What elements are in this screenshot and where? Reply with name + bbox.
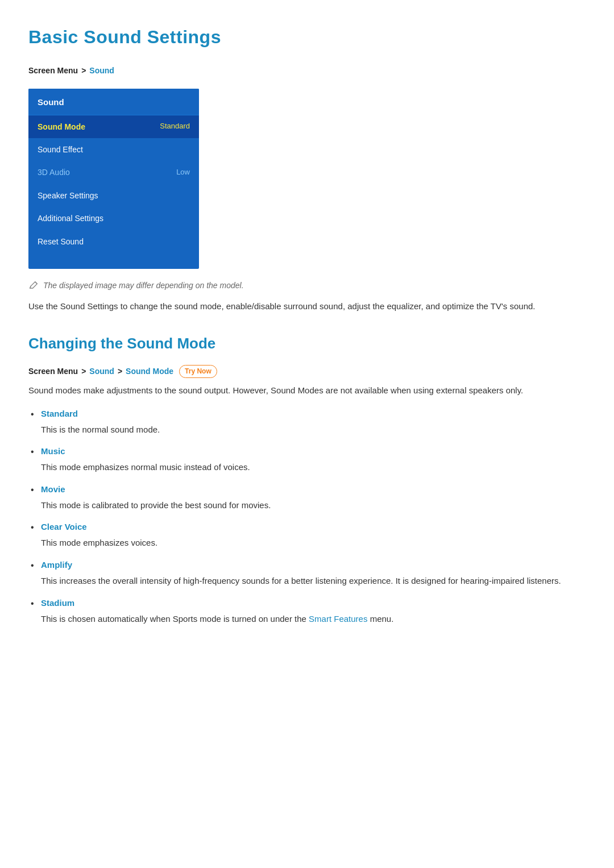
menu-item-sound-effect[interactable]: Sound Effect: [28, 138, 199, 161]
note-row: The displayed image may differ depending…: [28, 279, 586, 292]
breadcrumb-separator-1: >: [81, 64, 86, 77]
mode-name-stadium: Stadium: [41, 596, 586, 610]
menu-item-speaker-settings[interactable]: Speaker Settings: [28, 184, 199, 207]
breadcrumb-sound-link[interactable]: Sound: [89, 64, 114, 77]
menu-spacer: [28, 253, 199, 269]
menu-item-3d-audio-value: Low: [176, 167, 190, 178]
menu-item-speaker-settings-label: Speaker Settings: [38, 189, 98, 202]
mode-desc-standard: This is the normal sound mode.: [41, 425, 160, 434]
mode-name-music: Music: [41, 445, 586, 458]
stadium-desc-suffix: menu.: [367, 614, 393, 624]
mode-desc-movie: This mode is calibrated to provide the b…: [41, 500, 271, 510]
menu-item-sound-mode-value: Standard: [160, 121, 190, 132]
section-intro: Sound modes make adjustments to the soun…: [28, 384, 586, 398]
try-now-badge[interactable]: Try Now: [179, 365, 217, 378]
menu-item-sound-effect-label: Sound Effect: [38, 143, 83, 156]
section-title: Changing the Sound Mode: [28, 332, 586, 356]
main-description: Use the Sound Settings to change the sou…: [28, 300, 586, 314]
sound-menu-box: Sound Sound Mode Standard Sound Effect 3…: [28, 89, 199, 269]
breadcrumb-section: Screen Menu > Sound > Sound Mode Try Now: [28, 365, 586, 378]
mode-desc-amplify: This increases the overall intensity of …: [41, 576, 561, 585]
list-item-amplify: Amplify This increases the overall inten…: [28, 558, 586, 588]
menu-item-sound-mode-label: Sound Mode: [38, 121, 85, 133]
smart-features-link[interactable]: Smart Features: [309, 614, 367, 624]
mode-desc-clear-voice: This mode emphasizes voices.: [41, 538, 157, 547]
breadcrumb2-screen-menu: Screen Menu: [28, 365, 78, 377]
breadcrumb-screen-menu: Screen Menu: [28, 64, 78, 77]
mode-name-standard: Standard: [41, 407, 586, 421]
menu-item-3d-audio-label: 3D Audio: [38, 166, 70, 178]
note-text: The displayed image may differ depending…: [43, 279, 244, 292]
page-title: Basic Sound Settings: [28, 23, 586, 52]
mode-desc-music: This mode emphasizes normal music instea…: [41, 462, 250, 472]
list-item-music: Music This mode emphasizes normal music …: [28, 445, 586, 475]
list-item-movie: Movie This mode is calibrated to provide…: [28, 483, 586, 513]
menu-box-title: Sound: [28, 89, 199, 115]
breadcrumb2-sound-link[interactable]: Sound: [89, 365, 114, 377]
list-item-stadium: Stadium This is chosen automatically whe…: [28, 596, 586, 626]
breadcrumb-top: Screen Menu > Sound: [28, 64, 586, 77]
menu-item-sound-mode[interactable]: Sound Mode Standard: [28, 115, 199, 138]
sound-modes-list: Standard This is the normal sound mode. …: [28, 407, 586, 626]
menu-item-additional-settings[interactable]: Additional Settings: [28, 207, 199, 230]
mode-name-movie: Movie: [41, 483, 586, 496]
list-item-standard: Standard This is the normal sound mode.: [28, 407, 586, 437]
mode-name-amplify: Amplify: [41, 558, 586, 572]
menu-item-reset-sound[interactable]: Reset Sound: [28, 230, 199, 253]
breadcrumb2-sound-mode-link[interactable]: Sound Mode: [126, 365, 173, 377]
menu-item-3d-audio[interactable]: 3D Audio Low: [28, 161, 199, 184]
mode-name-clear-voice: Clear Voice: [41, 520, 586, 534]
menu-item-additional-settings-label: Additional Settings: [38, 212, 103, 225]
stadium-desc-prefix: This is chosen automatically when Sports…: [41, 614, 309, 624]
menu-item-reset-sound-label: Reset Sound: [38, 235, 84, 248]
breadcrumb2-sep2: >: [118, 365, 122, 377]
breadcrumb2-sep1: >: [81, 365, 86, 377]
list-item-clear-voice: Clear Voice This mode emphasizes voices.: [28, 520, 586, 550]
mode-desc-stadium: This is chosen automatically when Sports…: [41, 614, 393, 624]
pencil-icon: [28, 280, 39, 290]
